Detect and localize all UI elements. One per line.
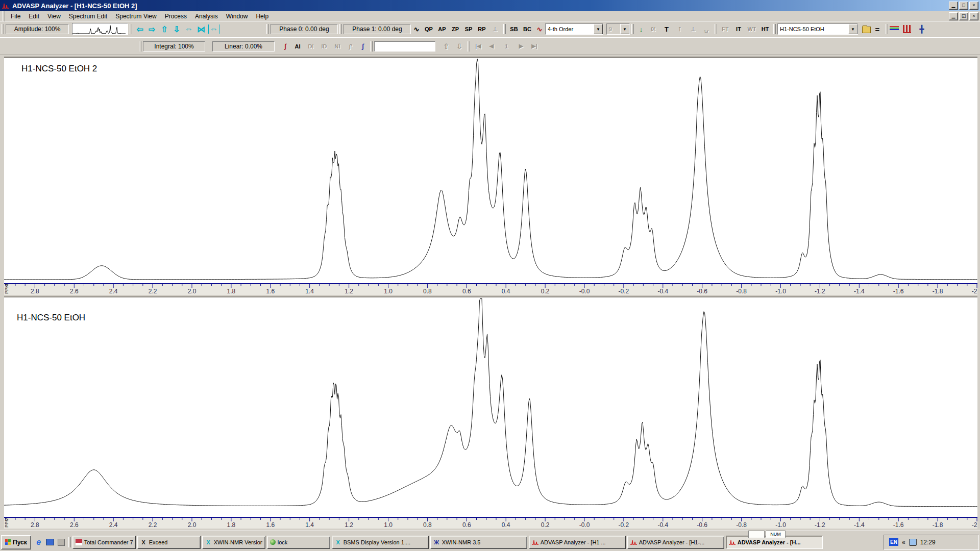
chevron-down-icon[interactable]: ▼ [848,24,857,34]
menu-view[interactable]: View [43,12,65,21]
menu-analysis[interactable]: Analysis [191,12,222,21]
amplitude-up-icon[interactable]: ⇧ [158,24,170,34]
zero-exclude-button: 0! [647,24,660,34]
baseline-wave-icon[interactable]: ∿ [534,26,545,33]
phase0-indicator[interactable]: Phase 0: 0.00 deg [271,24,338,34]
toolbar-grip[interactable] [773,24,776,34]
full-width-icon[interactable]: ⇔ [208,24,219,34]
ft-button: FT [719,24,732,34]
toolbar-grip[interactable] [715,24,717,34]
menu-process[interactable]: Process [161,12,191,21]
menu-window[interactable]: Window [222,12,252,21]
overlay-spectra-icon[interactable] [890,26,899,33]
child-restore-icon[interactable]: ◱ [959,12,968,20]
qp-button[interactable]: QP [422,24,435,34]
phase1-indicator[interactable]: Phase 1: 0.00 deg [344,24,411,34]
text-tool-button[interactable]: T [660,24,673,34]
toolbar-grip[interactable] [468,41,470,52]
sb-button[interactable]: SB [507,24,521,34]
toolbar-grip[interactable] [339,24,342,34]
task-advasp-1[interactable]: ADVASP Analyzer - [H1 ... [529,536,626,549]
bc-button[interactable]: BC [521,24,534,34]
task-exceed[interactable]: X Exceed [137,536,201,549]
it-button[interactable]: IT [732,24,745,34]
amplitude-indicator[interactable]: Amplitude: 100% [6,24,69,34]
toolbar-grip[interactable] [2,24,4,34]
quicklaunch-desktop-icon[interactable] [56,536,67,548]
region-up-icon[interactable]: ⇧ [439,41,453,52]
zp-button[interactable]: ZP [449,24,462,34]
linear-indicator[interactable]: Linear: 0.00% [212,41,275,52]
integral-indicator[interactable]: Integral: 100% [143,41,205,52]
task-lock[interactable]: lock [267,536,330,549]
pan-left-icon[interactable]: ⇦ [134,24,146,34]
start-button[interactable]: Пуск [1,535,31,549]
task-advasp-2[interactable]: ADVASP Analyzer - [H1-... [627,536,724,549]
taskbar: Пуск e Total Commander 7.50a ... X Excee… [0,531,980,551]
task-bsms-display[interactable]: X BSMS Display Version 1.... [332,536,429,549]
language-indicator[interactable]: EN [889,538,898,546]
nmr-spectrum-bottom[interactable]: 2.82.62.42.22.01.81.61.41.21.00.80.60.40… [4,296,977,529]
baseline-order-select[interactable]: 4-th Order▼ [545,23,603,35]
svg-text:2.4: 2.4 [109,521,118,529]
spectrum-select[interactable]: H1-NCS-50 EtOH▼ [777,23,858,35]
task-xwin-nmr-35[interactable]: X XWIN-NMR Version 3.5 ... [202,536,265,549]
amplitude-down-icon[interactable]: ⇩ [170,24,183,34]
maximize-icon[interactable]: □ [959,2,968,10]
stack-plot-icon[interactable] [903,25,911,33]
region-input[interactable] [374,41,435,52]
quicklaunch-mail-icon[interactable] [44,536,56,548]
close-icon[interactable]: × [969,2,978,10]
ai-button[interactable]: AI [291,41,304,52]
nmr-spectrum-top[interactable]: 2.82.62.42.22.01.81.61.41.21.00.80.60.40… [4,57,977,295]
menubar-grip[interactable] [3,11,5,21]
svg-text:1.6: 1.6 [266,288,275,295]
svg-text:2.8: 2.8 [31,521,39,529]
tray-collapse-icon[interactable]: « [902,539,905,546]
spectrum-preview[interactable] [72,23,128,35]
svg-text:2.4: 2.4 [109,288,118,295]
task-xwin-nmr[interactable]: Ж XWIN-NMR 3.5 [430,536,527,549]
toolbar-main: Amplitude: 100% ⇦ ⇨ ⇧ ⇩ ⇔ ⋈ ⇔ Phase 0: 0… [0,21,980,37]
chevron-down-icon[interactable]: ▼ [594,24,603,34]
integral-curve-icon[interactable]: ∫ [280,42,291,50]
last-page-icon: ▶| [528,41,541,52]
child-minimize-icon[interactable]: ▁ [949,12,958,20]
shrink-horizontal-icon[interactable]: ⋈ [195,24,207,34]
equalize-icon[interactable]: = [871,24,884,34]
sp-button[interactable]: SP [462,24,475,34]
toolbar-grip[interactable] [370,41,373,52]
integral-blue-icon[interactable]: ∫ [357,42,369,50]
quicklaunch-ie-icon[interactable]: e [33,536,44,548]
expand-horizontal-icon[interactable]: ⇔ [183,24,195,34]
network-monitor-icon[interactable] [909,539,917,545]
toolbar-grip[interactable] [631,24,634,34]
phase-tool-icon[interactable]: ∿ [411,26,422,33]
toolbar-grip[interactable] [266,24,269,34]
child-close-icon[interactable]: × [969,12,978,20]
pick-down-icon[interactable]: ↓ [635,26,647,33]
baseline-points-select: 9▼ [606,23,630,35]
menu-edit[interactable]: Edit [24,12,43,21]
ht-button[interactable]: HT [758,24,772,34]
toolbar-grip[interactable] [139,41,141,52]
menu-help[interactable]: Help [252,12,273,21]
rp-button[interactable]: RP [475,24,488,34]
menu-file[interactable]: File [7,12,24,21]
ap-button[interactable]: AP [435,24,449,34]
move-tool-icon[interactable]: ╋ [915,24,928,34]
taskbar-grip[interactable] [68,537,71,547]
svg-text:2.0: 2.0 [188,521,197,529]
first-page-icon: |◀ [472,41,485,52]
toolbar-grip[interactable] [503,24,506,34]
pan-right-icon[interactable]: ⇨ [146,24,158,34]
svg-text:2.8: 2.8 [31,288,39,295]
minimize-icon[interactable]: ▁ [949,2,958,10]
menu-spectrum-view[interactable]: Spectrum View [111,12,160,21]
region-down-icon[interactable]: ⇩ [453,41,466,52]
task-total-commander[interactable]: Total Commander 7.50a ... [72,536,136,549]
toolbar-grip[interactable] [130,24,132,34]
open-folder-icon[interactable] [862,27,871,33]
menu-spectrum-edit[interactable]: Spectrum Edit [65,12,111,21]
toolbar-grip[interactable] [886,24,888,34]
